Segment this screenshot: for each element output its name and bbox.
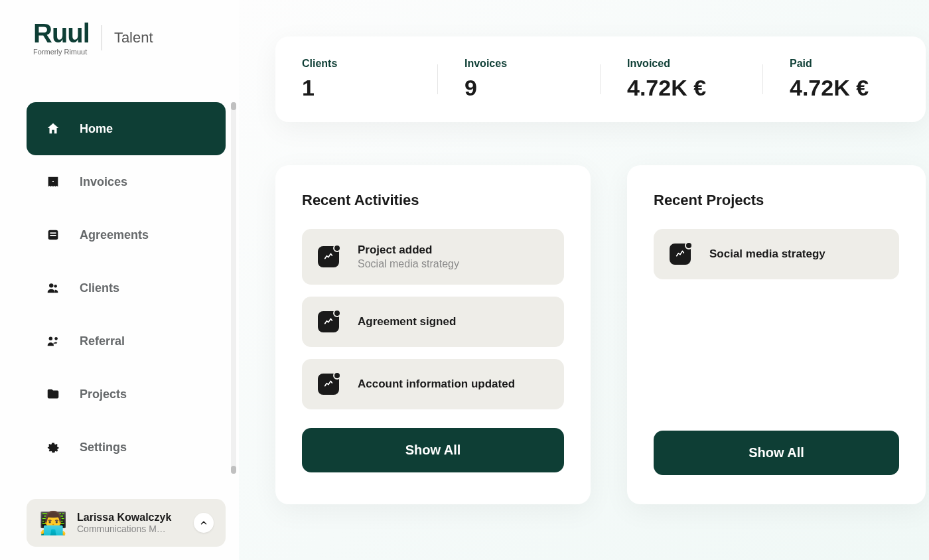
stat-label: Paid — [790, 58, 899, 70]
activity-item[interactable]: Project added Social media strategy — [302, 229, 564, 285]
sidebar-item-agreements[interactable]: Agreements — [27, 208, 226, 261]
sidebar: Ruul Formerly Rimuut Talent Home Invoice… — [0, 0, 239, 560]
profile-card[interactable]: 👨‍💻 Larissa Kowalczyk Communications M… — [27, 499, 226, 547]
stat-invoiced: Invoiced 4.72K € — [601, 58, 763, 101]
invoice-icon — [45, 174, 61, 190]
svg-rect-1 — [50, 232, 56, 234]
svg-rect-2 — [50, 235, 56, 236]
activity-item[interactable]: Account information updated — [302, 359, 564, 409]
stat-value: 4.72K € — [627, 75, 737, 101]
stats-bar: Clients 1 Invoices 9 Invoiced 4.72K € Pa… — [275, 36, 926, 122]
show-all-activities-button[interactable]: Show All — [302, 428, 564, 472]
stat-label: Clients — [302, 58, 411, 70]
activity-icon — [318, 246, 339, 267]
sidebar-item-label: Invoices — [80, 175, 127, 189]
sidebar-item-clients[interactable]: Clients — [27, 261, 226, 315]
scrollbar-thumb-bottom[interactable] — [231, 466, 236, 474]
project-title: Social media strategy — [709, 247, 883, 261]
activity-subtitle: Social media strategy — [358, 258, 548, 270]
nav: Home Invoices Agreements Clients — [27, 102, 226, 474]
sidebar-item-invoices[interactable]: Invoices — [27, 155, 226, 208]
brand-section: Talent — [114, 29, 153, 46]
activity-title: Project added — [358, 244, 548, 257]
logo-area: Ruul Formerly Rimuut Talent — [33, 20, 226, 56]
stat-label: Invoiced — [627, 58, 737, 70]
clients-icon — [45, 280, 61, 296]
show-all-projects-button[interactable]: Show All — [654, 431, 899, 475]
svg-point-3 — [49, 283, 53, 287]
referral-icon — [45, 333, 61, 349]
sidebar-item-settings[interactable]: Settings — [27, 421, 226, 474]
profile-role: Communications M… — [77, 524, 184, 534]
svg-point-5 — [49, 337, 53, 340]
home-icon — [45, 121, 61, 137]
settings-icon — [45, 439, 61, 455]
projects-icon — [45, 386, 61, 402]
chevron-up-icon — [199, 518, 208, 527]
card-title: Recent Projects — [654, 192, 899, 209]
avatar: 👨‍💻 — [38, 508, 68, 537]
card-title: Recent Activities — [302, 192, 564, 209]
stat-value: 4.72K € — [790, 75, 899, 101]
stat-paid: Paid 4.72K € — [763, 58, 926, 101]
activity-icon — [318, 311, 339, 332]
project-icon — [670, 244, 691, 265]
nav-scrollbar[interactable] — [231, 102, 236, 474]
svg-point-4 — [54, 285, 57, 288]
project-item[interactable]: Social media strategy — [654, 229, 899, 279]
sidebar-item-home[interactable]: Home — [27, 102, 226, 155]
recent-activities-card: Recent Activities Project added Social m… — [275, 165, 591, 504]
agreements-icon — [45, 227, 61, 243]
sidebar-item-label: Referral — [80, 334, 125, 348]
activity-item[interactable]: Agreement signed — [302, 297, 564, 347]
stat-value: 1 — [302, 75, 411, 101]
sidebar-item-label: Projects — [80, 387, 127, 401]
sidebar-item-label: Clients — [80, 281, 119, 295]
sidebar-item-label: Home — [80, 122, 113, 136]
svg-point-6 — [54, 337, 58, 340]
recent-projects-card: Recent Projects Social media strategy Sh… — [627, 165, 926, 504]
activity-title: Account information updated — [358, 378, 548, 391]
sidebar-item-label: Settings — [80, 441, 127, 455]
stat-clients: Clients 1 — [275, 58, 438, 101]
stat-value: 9 — [464, 75, 574, 101]
stat-label: Invoices — [464, 58, 574, 70]
activity-title: Agreement signed — [358, 315, 548, 328]
scrollbar-thumb-top[interactable] — [231, 102, 236, 110]
divider — [102, 25, 102, 50]
stat-invoices: Invoices 9 — [438, 58, 601, 101]
brand-tagline: Formerly Rimuut — [33, 48, 90, 56]
main-content: Clients 1 Invoices 9 Invoiced 4.72K € Pa… — [239, 0, 929, 560]
sidebar-item-referral[interactable]: Referral — [27, 315, 226, 368]
brand-name: Ruul — [33, 20, 90, 46]
activity-icon — [318, 374, 339, 395]
sidebar-item-label: Agreements — [80, 228, 149, 242]
sidebar-item-projects[interactable]: Projects — [27, 368, 226, 421]
profile-toggle-button[interactable] — [194, 513, 214, 533]
profile-name: Larissa Kowalczyk — [77, 512, 184, 524]
